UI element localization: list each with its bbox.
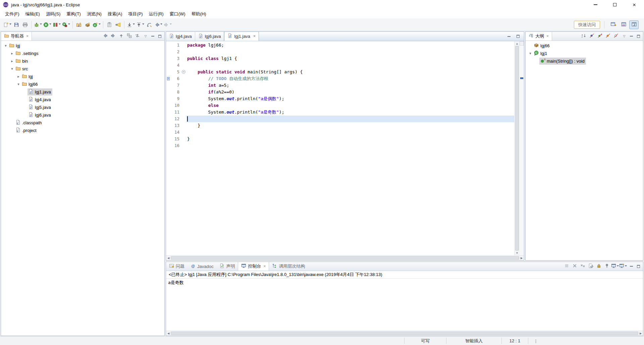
folder-src[interactable]: ▾src <box>1 65 164 73</box>
link-with-editor-button[interactable] <box>134 33 141 40</box>
editor-horizontal-scrollbar[interactable]: ◀ ▶ <box>166 255 524 260</box>
tab-problems[interactable]: 问题 <box>166 262 187 271</box>
code-line-2[interactable]: 2 <box>166 49 514 55</box>
outline-method-main[interactable]: Smain(String[]) : void <box>526 57 643 65</box>
folder-lgj[interactable]: ▸lgj <box>1 73 164 80</box>
outline-view-tab[interactable]: 大纲 × <box>526 32 552 41</box>
tab-declaration[interactable]: 声明 <box>216 262 238 271</box>
maximize-view-button[interactable] <box>157 33 163 40</box>
file-project[interactable]: x.project <box>1 127 164 134</box>
file-lgj1-java[interactable]: Jlgj1.java <box>1 88 164 96</box>
menu-source[interactable]: 源码(S) <box>43 10 63 18</box>
file-classpath[interactable]: x.classpath <box>1 119 164 127</box>
pin-console-button[interactable] <box>603 263 610 270</box>
todo-overview-marker[interactable] <box>520 77 523 79</box>
open-console-button[interactable] <box>620 263 627 270</box>
maximize-view-button[interactable] <box>635 33 641 40</box>
back-history-button[interactable] <box>154 20 163 29</box>
save-button[interactable] <box>12 20 21 29</box>
expand-arrow-icon[interactable]: ▸ <box>9 59 15 63</box>
code-line-14[interactable]: 14 <box>166 129 514 136</box>
forward-history-button[interactable] <box>163 20 172 29</box>
tab-lgj4-java[interactable]: Jlgj4.java <box>166 32 195 41</box>
code-line-4[interactable]: 4 <box>166 62 514 69</box>
minimize-window-button[interactable] <box>586 0 605 9</box>
menu-search[interactable]: 搜索(A) <box>105 10 125 18</box>
file-lgj5-java[interactable]: Jlgj5.java <box>1 104 164 111</box>
collapse-all-button[interactable] <box>126 33 133 40</box>
collapse-arrow-icon[interactable]: ▾ <box>3 44 8 48</box>
open-task-button[interactable] <box>105 20 114 29</box>
menu-file[interactable]: 文件(F) <box>2 10 22 18</box>
scroll-left-icon[interactable]: ◀ <box>166 331 171 336</box>
print-button[interactable] <box>21 20 30 29</box>
code-line-6[interactable]: 6 // TODO 自动生成的方法存根 <box>166 75 514 82</box>
code-line-11[interactable]: 11 System.out.println("a是奇数"); <box>166 109 514 116</box>
scroll-lock-button[interactable] <box>595 263 602 270</box>
run-button[interactable] <box>43 20 52 29</box>
navigator-view-tab[interactable]: 导航器 × <box>1 32 32 41</box>
close-tab-icon[interactable]: × <box>253 34 256 39</box>
menu-edit[interactable]: 编辑(E) <box>22 10 43 18</box>
remove-all-launches-button[interactable] <box>579 263 586 270</box>
editor-vertical-scrollbar[interactable]: ▲ ▼ <box>514 41 520 255</box>
code-line-12[interactable]: 12 <box>166 116 514 122</box>
view-menu-icon[interactable]: ▽ <box>621 33 627 40</box>
terminate-button[interactable] <box>563 263 570 270</box>
code-line-10[interactable]: 10 else <box>166 102 514 109</box>
tab-lgj6-java[interactable]: Jlgj6.java <box>195 32 224 41</box>
file-lgj4-java[interactable]: Jlgj4.java <box>1 96 164 104</box>
scroll-up-icon[interactable]: ▲ <box>515 41 520 46</box>
tab-lgj1-java[interactable]: Jlgj1.java× <box>224 31 259 41</box>
minimize-view-button[interactable] <box>628 33 634 40</box>
tab-call-hierarchy[interactable]: 调用层次结构 <box>269 262 308 271</box>
search-dialog-button[interactable] <box>114 20 122 29</box>
view-menu-icon[interactable]: ▽ <box>143 33 149 40</box>
overview-ruler-header[interactable] <box>520 41 524 46</box>
code-line-16[interactable]: 16 <box>166 142 514 149</box>
maximize-view-button[interactable] <box>635 263 641 270</box>
code-line-1[interactable]: 1package lgj66; <box>166 42 514 49</box>
perspective-java-button[interactable]: J <box>629 20 639 29</box>
close-view-icon[interactable]: × <box>263 264 266 269</box>
menu-project[interactable]: 项目(P) <box>125 10 146 18</box>
horizontal-scroll-thumb[interactable] <box>171 256 519 260</box>
quick-access-box[interactable]: 快速访问 <box>574 21 600 29</box>
hide-static-members-button[interactable]: S <box>596 33 603 40</box>
code-line-9[interactable]: 9 System.out.println("a是偶数"); <box>166 95 514 102</box>
hide-fields-button[interactable] <box>588 33 595 40</box>
collapse-arrow-icon[interactable]: ▾ <box>16 82 21 86</box>
close-view-icon[interactable]: × <box>546 34 549 39</box>
outline-class-lgj1[interactable]: ▾Clgj1 <box>526 50 643 57</box>
remove-launch-button[interactable] <box>571 263 578 270</box>
menu-refactor[interactable]: 重构(T) <box>63 10 84 18</box>
code-line-13[interactable]: 13 } <box>166 122 514 129</box>
project-lgj[interactable]: ▾lgj <box>1 42 164 50</box>
console-horizontal-scrollbar[interactable]: ◀ ▶ <box>166 331 643 336</box>
open-perspective-button[interactable] <box>608 20 618 29</box>
up-button[interactable] <box>118 33 125 40</box>
scroll-left-icon[interactable]: ◀ <box>166 256 171 260</box>
display-selected-console-button[interactable] <box>611 263 619 270</box>
next-annotation-button[interactable] <box>126 20 136 29</box>
close-view-icon[interactable]: × <box>26 34 29 39</box>
maximize-editor-button[interactable] <box>515 33 521 40</box>
hide-local-types-button[interactable] <box>612 33 620 40</box>
expand-arrow-icon[interactable]: ▸ <box>9 51 15 56</box>
code-line-8[interactable]: 8 if(a%2==0) <box>166 89 514 95</box>
clear-console-button[interactable] <box>587 263 594 270</box>
perspective-javaee-button[interactable]: EE <box>619 20 628 29</box>
collapse-arrow-icon[interactable]: ▾ <box>9 67 15 71</box>
tab-javadoc[interactable]: @Javadoc <box>187 262 216 271</box>
new-package-button[interactable] <box>83 20 92 29</box>
vertical-scroll-thumb[interactable] <box>515 46 519 251</box>
folder-settings[interactable]: ▸.settings <box>1 50 164 57</box>
code-line-15[interactable]: 15} <box>166 136 514 142</box>
minimize-editor-button[interactable] <box>506 33 512 40</box>
code-line-5[interactable]: 5 public static void main(String[] args)… <box>166 69 514 75</box>
hide-non-public-members-button[interactable] <box>604 33 611 40</box>
scroll-right-icon[interactable]: ▶ <box>519 256 524 260</box>
menu-window[interactable]: 窗口(W) <box>167 10 189 18</box>
coverage-button[interactable] <box>52 20 61 29</box>
fold-collapse-icon[interactable] <box>182 70 185 74</box>
